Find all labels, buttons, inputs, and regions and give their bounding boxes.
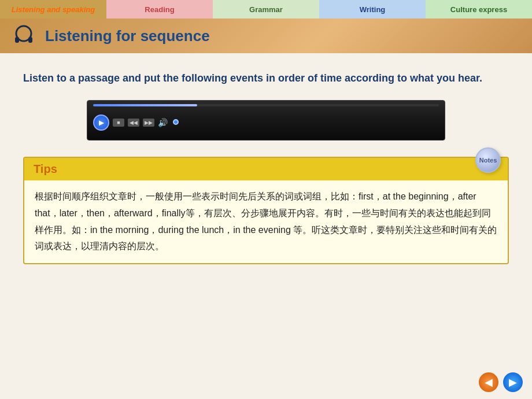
tips-body: 根据时间顺序组织文章时，一般使用一些表示时间先后关系的词或词组，比如：first… [24, 180, 508, 263]
svg-rect-1 [15, 37, 19, 43]
instruction-text: Listen to a passage and put the followin… [23, 71, 509, 86]
forward-button[interactable]: ▶▶ [143, 119, 154, 127]
tab-listening[interactable]: Listening and speaking [0, 0, 106, 19]
seek-dot [173, 119, 179, 125]
media-player-container: ▶ ■ ◀◀ ▶▶ 🔊 [23, 100, 509, 141]
nav-tabs: Listening and speaking Reading Grammar W… [0, 0, 532, 19]
volume-icon[interactable]: 🔊 [158, 118, 168, 127]
play-button[interactable]: ▶ [93, 114, 109, 131]
content-wrapper: Listen to a passage and put the followin… [0, 53, 532, 399]
svg-rect-2 [28, 37, 32, 43]
media-player[interactable]: ▶ ■ ◀◀ ▶▶ 🔊 [87, 100, 445, 141]
tips-header: Tips [24, 158, 508, 180]
tab-reading[interactable]: Reading [106, 0, 213, 19]
main-content: Listen to a passage and put the followin… [0, 53, 532, 276]
player-progress-bar [93, 104, 197, 106]
headphones-icon [9, 21, 38, 50]
tab-writing[interactable]: Writing [319, 0, 426, 19]
prev-button[interactable]: ◀ [479, 372, 498, 392]
stop-button[interactable]: ■ [113, 119, 124, 127]
tips-section: Notes Tips 根据时间顺序组织文章时，一般使用一些表示时间先后关系的词或… [23, 157, 509, 264]
tab-culture[interactable]: Culture express [426, 0, 532, 19]
player-controls: ▶ ■ ◀◀ ▶▶ 🔊 [93, 114, 176, 131]
rewind-button[interactable]: ◀◀ [128, 119, 139, 127]
page-title: Listening for sequence [45, 27, 210, 45]
next-button[interactable]: ▶ [503, 372, 523, 392]
header-section: Listening for sequence [0, 19, 532, 53]
notes-badge: Notes [475, 147, 501, 173]
bottom-nav: ◀ ▶ [479, 372, 523, 392]
tab-grammar[interactable]: Grammar [213, 0, 319, 19]
